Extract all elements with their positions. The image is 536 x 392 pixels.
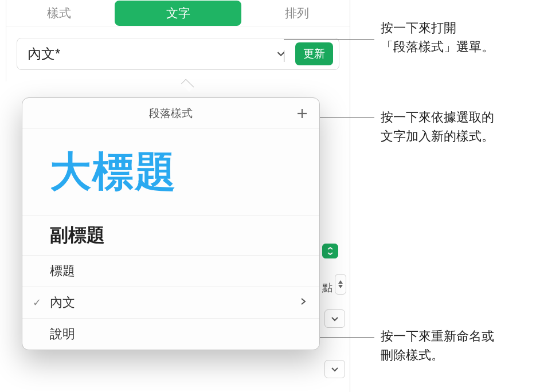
style-item-body[interactable]: ✓ 內文	[22, 287, 319, 319]
plus-icon[interactable]	[295, 107, 309, 120]
tabs-bar: 樣式 文字 排列	[6, 0, 350, 26]
panel-divider	[350, 0, 350, 392]
dropdown-button-2[interactable]	[324, 360, 345, 378]
tab-text[interactable]: 文字	[115, 1, 242, 26]
dropdown-button-1[interactable]	[324, 309, 345, 328]
leader-line	[284, 50, 284, 62]
style-item-big-title[interactable]: 大標題	[22, 128, 319, 216]
chevron-down-icon[interactable]	[275, 48, 287, 60]
current-style-name: 內文*	[28, 45, 275, 63]
style-item-label: 內文	[50, 294, 75, 311]
update-button[interactable]: 更新	[295, 42, 333, 65]
leader-line	[284, 39, 374, 40]
checkmark-icon: ✓	[33, 296, 41, 309]
popup-list: 大標題 副標題 標題 ✓ 內文 說明	[22, 128, 319, 350]
paragraph-style-row[interactable]: 內文* 更新	[17, 38, 339, 70]
tab-arrange[interactable]: 排列	[244, 1, 350, 26]
annotation-open-menu: 按一下來打開 「段落樣式」選單。	[381, 18, 494, 56]
popup-header: 段落樣式	[22, 98, 319, 128]
stepper[interactable]	[335, 274, 346, 295]
annotation-add-style: 按一下來依據選取的 文字加入新的樣式。	[381, 108, 494, 146]
format-panel: 樣式 文字 排列 內文* 更新	[6, 0, 350, 81]
chevron-right-icon[interactable]	[300, 297, 307, 309]
svg-marker-0	[338, 280, 343, 284]
leader-line	[314, 117, 374, 118]
leader-line	[316, 337, 374, 338]
svg-marker-1	[338, 285, 343, 288]
unit-label: 點	[322, 281, 332, 295]
style-item-caption[interactable]: 說明	[22, 319, 319, 350]
color-popup-button[interactable]	[322, 244, 338, 258]
tab-style[interactable]: 樣式	[6, 1, 112, 26]
annotation-rename: 按一下來重新命名或 刪除樣式。	[381, 327, 494, 364]
style-item-subtitle[interactable]: 副標題	[22, 216, 319, 256]
popup-title: 段落樣式	[149, 106, 193, 121]
style-item-heading[interactable]: 標題	[22, 256, 319, 287]
paragraph-styles-popup: 段落樣式 大標題 副標題 標題 ✓ 內文 說明	[22, 97, 320, 350]
